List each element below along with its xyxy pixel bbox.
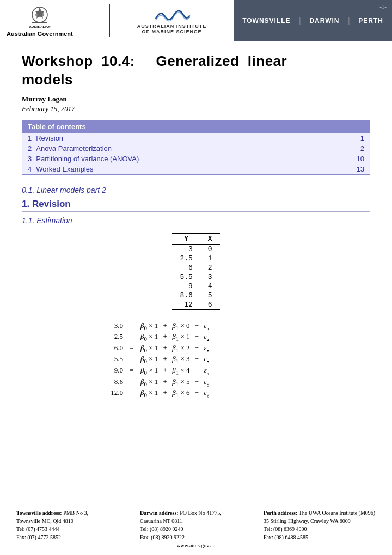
nav-perth[interactable]: PERTH: [350, 17, 392, 25]
eq-beta0: β0 × 1: [140, 355, 158, 364]
aims-logo: AUSTRALIAN INSTITUTE OF MARINE SCIENCE: [110, 0, 234, 41]
svg-text:AUSTRALIAN: AUSTRALIAN: [29, 25, 50, 28]
footer-townsville-addr1: PMB No 3,: [63, 510, 88, 516]
footer-perth-addr2: 35 Stirling Highway, Crawley WA 6009: [264, 518, 351, 524]
toc-item[interactable]: 2Anova Parameterization2: [22, 143, 370, 154]
eq-plus2: +: [193, 344, 201, 352]
eq-beta0: β0 × 1: [140, 388, 158, 398]
eq-beta1: β1 × 2: [172, 344, 189, 353]
equations-container: 3.0 = β0 × 1 + β1 × 0 + ε₁ 2.5 = β0 × 1 …: [103, 321, 289, 400]
author-date: February 15, 2017: [22, 105, 370, 113]
toc-item[interactable]: 1Revision1: [22, 133, 370, 143]
eq-plus2: +: [193, 388, 201, 397]
footer-darwin-fax: Fax: (08) 8920 9222: [140, 534, 185, 540]
toc-page: 13: [357, 165, 364, 173]
eq-lhs: 2.5: [103, 332, 123, 341]
eq-plus1: +: [161, 388, 169, 397]
nav-bar: -1- TOWNSVILLE | DARWIN | PERTH: [234, 0, 392, 41]
table-cell: 2: [200, 263, 220, 272]
eq-equals: =: [126, 321, 137, 330]
equation-row: 12.0 = β0 × 1 + β1 × 6 + ε₆: [103, 388, 289, 399]
author-name: Murray Logan: [22, 95, 370, 103]
equation-row: 8.6 = β0 × 1 + β1 × 5 + ε₅: [103, 377, 289, 388]
eq-equals: =: [126, 377, 137, 386]
toc-num: 3: [28, 155, 32, 163]
eq-lhs: 5.5: [103, 355, 123, 363]
eq-epsilon: ε₂: [204, 344, 215, 354]
eq-beta0: β0 × 1: [140, 377, 158, 387]
eq-equals: =: [126, 332, 137, 341]
footer-townsville-fax: Fax: (07) 4772 5852: [16, 534, 61, 540]
eq-plus1: +: [161, 332, 169, 341]
eq-equals: =: [126, 388, 137, 397]
eq-plus2: +: [193, 377, 201, 386]
table-row: 94: [172, 282, 219, 291]
toc-page: 1: [360, 134, 364, 142]
table-cell: 12: [172, 300, 200, 310]
eq-epsilon: ε₆: [204, 388, 215, 399]
table-of-contents: Table of contents 1Revision12Anova Param…: [22, 120, 370, 175]
table-row: 5.53: [172, 272, 219, 282]
page-number: -1-: [379, 3, 387, 10]
table-row: 62: [172, 263, 219, 272]
toc-label: Partitioning of variance (ANOVA): [36, 155, 356, 163]
toc-page: 2: [360, 144, 364, 153]
eq-epsilon: ε₁: [204, 332, 215, 343]
footer-townsville: Townsville address: PMB No 3, Townsville…: [11, 509, 134, 550]
table-cell: 9: [172, 282, 200, 291]
toc-item[interactable]: 4Worked Examples13: [22, 164, 370, 174]
data-table-wrapper: Y X 302.51625.53948.65126: [22, 233, 370, 310]
eq-plus1: +: [161, 366, 169, 375]
toc-item[interactable]: 3Partitioning of variance (ANOVA)10: [22, 154, 370, 164]
eq-lhs: 8.6: [103, 377, 123, 386]
nav-townsville[interactable]: TOWNSVILLE: [234, 17, 299, 25]
footer-perth-fax: Fax: (08) 6488 4585: [264, 534, 308, 540]
equation-row: 9.0 = β0 × 1 + β1 × 4 + ε₄: [103, 366, 289, 376]
table-cell: 0: [200, 244, 220, 254]
gov-crest-icon: AUSTRALIAN: [27, 4, 53, 30]
eq-plus1: +: [161, 377, 169, 386]
eq-beta1: β1 × 1: [172, 332, 189, 342]
eq-equals: =: [126, 355, 137, 363]
page-title: Workshop 10.4: Generalized linearmodels: [22, 52, 370, 89]
footer-darwin-label: Darwin address:: [140, 510, 179, 516]
footer-perth: Perth address: The UWA Oceans Institute …: [258, 509, 381, 550]
section-01-heading: 0.1. Linear models part 2: [22, 186, 370, 194]
table-row: 8.65: [172, 291, 219, 300]
table-cell: 3: [200, 272, 220, 282]
eq-beta1: β1 × 4: [172, 366, 189, 376]
nav-darwin[interactable]: DARWIN: [301, 17, 348, 25]
eq-epsilon: ε₃: [204, 355, 215, 365]
footer-website: www.aims.gov.au: [140, 541, 252, 550]
footer-darwin-tel: Tel: (08) 8920 9240: [140, 526, 183, 532]
eq-beta0: β0 × 1: [140, 332, 158, 342]
eq-epsilon: ε₅: [204, 377, 215, 388]
toc-header: Table of contents: [22, 120, 370, 133]
government-logo: AUSTRALIAN Australian Government: [0, 0, 109, 41]
equation-row: 5.5 = β0 × 1 + β1 × 3 + ε₃: [103, 355, 289, 365]
eq-beta0: β0 × 1: [140, 344, 158, 353]
equations-wrapper: 3.0 = β0 × 1 + β1 × 0 + ε₁ 2.5 = β0 × 1 …: [22, 321, 370, 400]
aims-line2: OF MARINE SCIENCE: [137, 29, 207, 34]
eq-epsilon: ε₄: [204, 366, 215, 376]
equation-row: 3.0 = β0 × 1 + β1 × 0 + ε₁: [103, 321, 289, 332]
eq-equals: =: [126, 366, 137, 375]
aims-line1: AUSTRALIAN INSTITUTE: [137, 23, 207, 29]
table-cell: 5: [200, 291, 220, 300]
eq-beta0: β0 × 1: [140, 366, 158, 376]
section-1-heading: 1. Revision: [22, 199, 370, 212]
main-content: Workshop 10.4: Generalized linearmodels …: [0, 41, 392, 422]
eq-plus1: +: [161, 344, 169, 352]
footer-townsville-tel: Tel: (07) 4753 4444: [16, 526, 60, 532]
toc-items: 1Revision12Anova Parameterization23Parti…: [22, 133, 370, 174]
eq-beta1: β1 × 5: [172, 377, 189, 387]
eq-plus2: +: [193, 321, 201, 330]
eq-lhs: 3.0: [103, 321, 123, 330]
eq-plus2: +: [193, 332, 201, 341]
footer-perth-addr1: The UWA Oceans Institute (M096): [299, 510, 376, 516]
eq-lhs: 6.0: [103, 344, 123, 352]
equation-row: 6.0 = β0 × 1 + β1 × 2 + ε₂: [103, 344, 289, 354]
footer-perth-label: Perth address:: [264, 510, 297, 516]
toc-label: Worked Examples: [36, 165, 356, 173]
page-footer: Townsville address: PMB No 3, Townsville…: [0, 503, 392, 555]
